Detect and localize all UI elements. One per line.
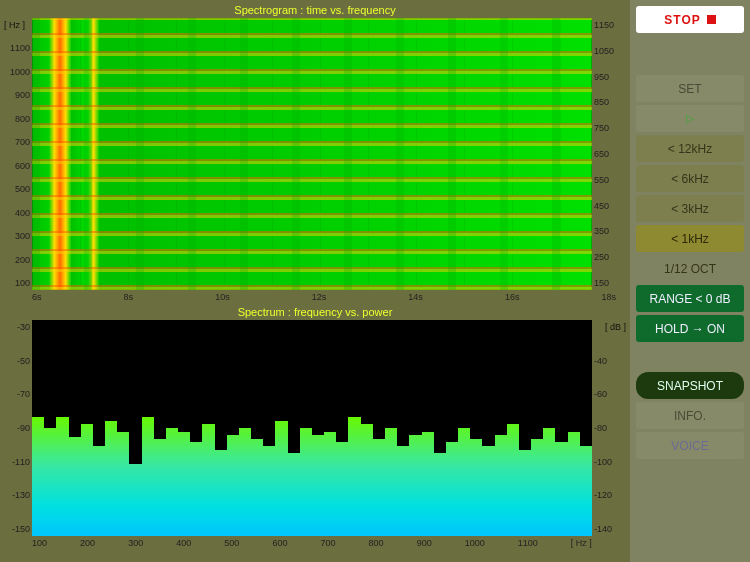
spectrogram-canvas[interactable] [32, 18, 592, 290]
stop-button[interactable]: STOP [636, 6, 744, 33]
spectrum-bar [275, 320, 287, 421]
set-button[interactable]: SET [636, 75, 744, 102]
spectrum-y-left: -30 -50 -70 -90 -110 -130 -150 [2, 320, 32, 536]
play-button[interactable]: ▷ [636, 105, 744, 132]
play-icon: ▷ [686, 112, 694, 125]
spectrum-bar [543, 320, 555, 428]
range-1khz-button[interactable]: < 1kHz [636, 225, 744, 252]
spectrum-bar [470, 320, 482, 439]
spectrum-bar [93, 320, 105, 446]
range-12khz-button[interactable]: < 12kHz [636, 135, 744, 162]
spectrum-bar [385, 320, 397, 428]
spectrum-bar [69, 320, 81, 437]
spectrum-bar [166, 320, 178, 428]
spectrum-bar [288, 320, 300, 453]
spectrum-x-axis: 100 200 300 400 500 600 700 800 900 1000… [2, 536, 628, 552]
spectrum-bar [32, 320, 44, 414]
spectrogram-title: Spectrogram : time vs. frequency [2, 4, 628, 16]
range-3khz-button[interactable]: < 3kHz [636, 195, 744, 222]
spectrum-bar [202, 320, 214, 424]
spectrum-title: Spectrum : frequency vs. power [2, 306, 628, 318]
spectrum-bar [154, 320, 166, 439]
spectrum-bar [263, 320, 275, 446]
spectrum-bar [531, 320, 543, 439]
spectrum-bar [555, 320, 567, 442]
spectrum-bar [190, 320, 202, 442]
spectrum-bar [519, 320, 531, 450]
spectrogram-y-right: 1150 1050 950 850 750 650 550 450 350 25… [592, 18, 628, 290]
spectrum-bar [507, 320, 519, 424]
voice-button[interactable]: VOICE [636, 432, 744, 459]
spectrum-bar [142, 320, 154, 417]
spectrum-y-right: [ dB ] -40 -60 -80 -100 -120 -140 [592, 320, 628, 536]
spectrum-bar [446, 320, 458, 442]
spectrum-bar [81, 320, 93, 424]
spectrogram-y-left: [ Hz ] 1100 1000 900 800 700 600 500 400… [2, 18, 32, 290]
spectrum-bar [568, 320, 580, 432]
spectrum-bar [336, 320, 348, 442]
spectrogram-x-axis: 6s 8s 10s 12s 14s 16s 18s [2, 290, 628, 306]
spectrum-bar [129, 320, 141, 464]
spectrum-bar [422, 320, 434, 432]
spectrum-bar [361, 320, 373, 424]
spectrum-bar [56, 320, 68, 406]
spectrum-bar [482, 320, 494, 446]
spectrum-bar [44, 320, 56, 428]
spectrum-bar [495, 320, 507, 435]
range-db-button[interactable]: RANGE < 0 dB [636, 285, 744, 312]
spectrum-bar [397, 320, 409, 446]
spectrum-bar [239, 320, 251, 428]
spectrum-bar [458, 320, 470, 428]
spectrum-bar [251, 320, 263, 439]
spectrum-bar [409, 320, 421, 435]
hold-button[interactable]: HOLD → ON [636, 315, 744, 342]
snapshot-button[interactable]: SNAPSHOT [636, 372, 744, 399]
stop-icon [707, 15, 716, 24]
spectrum-bar [373, 320, 385, 439]
spectrum-bar [227, 320, 239, 435]
spectrum-bar [324, 320, 336, 432]
spectrum-canvas[interactable] [32, 320, 592, 536]
sidebar: STOP SET ▷ < 12kHz < 6kHz < 3kHz < 1kHz … [630, 0, 750, 562]
spectrum-bar [312, 320, 324, 435]
spectrum-bar [178, 320, 190, 432]
spectrum-bar [105, 320, 117, 421]
info-button[interactable]: INFO. [636, 402, 744, 429]
oct-label: 1/12 OCT [636, 255, 744, 282]
range-6khz-button[interactable]: < 6kHz [636, 165, 744, 192]
spectrum-bar [117, 320, 129, 432]
spectrum-bar [434, 320, 446, 453]
spectrum-bar [300, 320, 312, 428]
spectrum-bar [215, 320, 227, 450]
spectrum-bar [348, 320, 360, 417]
spectrum-bar [580, 320, 592, 446]
